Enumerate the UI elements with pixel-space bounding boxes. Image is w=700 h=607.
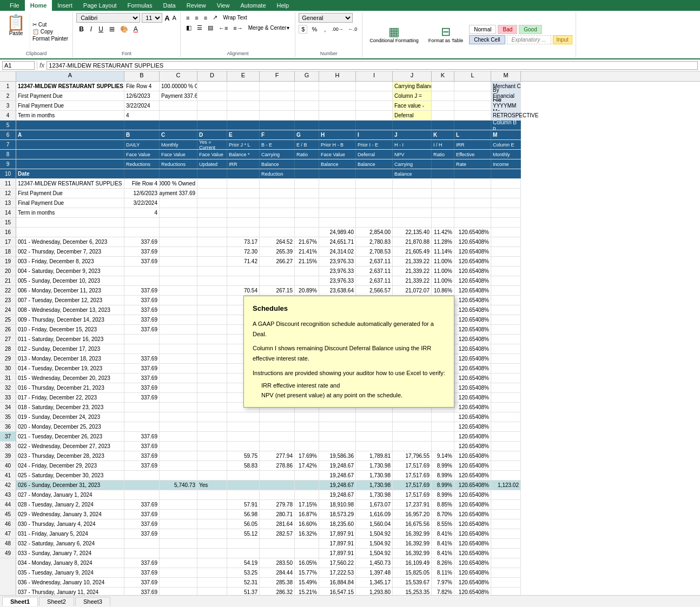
- cell[interactable]: 010 - Friday, December 15, 2023: [16, 325, 124, 334]
- cell[interactable]: 120.65408%: [454, 364, 491, 373]
- cell[interactable]: [197, 500, 227, 509]
- cell[interactable]: [197, 315, 227, 324]
- cell[interactable]: 73.17: [227, 237, 260, 246]
- cell[interactable]: [160, 451, 197, 461]
- cell[interactable]: 1,504.92: [356, 529, 393, 538]
- cell[interactable]: [432, 218, 454, 227]
- format-table-button[interactable]: ⊟ Format as Table: [425, 13, 467, 56]
- cell-H2[interactable]: [319, 91, 356, 101]
- cell[interactable]: [491, 578, 521, 587]
- cell[interactable]: [197, 296, 227, 305]
- cell-E4[interactable]: [227, 111, 260, 120]
- cell[interactable]: [260, 266, 295, 276]
- cell[interactable]: [356, 189, 393, 198]
- cell[interactable]: [295, 422, 319, 431]
- cell[interactable]: 1,560.04: [356, 519, 393, 529]
- cell[interactable]: 2,566.57: [356, 286, 393, 295]
- cell[interactable]: 58.83: [227, 461, 260, 470]
- cell[interactable]: 120.65408%: [454, 237, 491, 246]
- cell[interactable]: [124, 490, 160, 499]
- cell[interactable]: 19,248.67: [319, 461, 356, 470]
- cell[interactable]: [454, 218, 491, 227]
- cell[interactable]: 2,854.00: [356, 228, 393, 237]
- cell[interactable]: [197, 558, 227, 568]
- cell[interactable]: 120.65408%: [454, 568, 491, 577]
- cell[interactable]: [124, 549, 160, 558]
- cell[interactable]: [319, 412, 356, 422]
- cell[interactable]: [319, 179, 356, 188]
- cell[interactable]: 120.65408%: [454, 344, 491, 353]
- style-normal[interactable]: Normal: [469, 25, 496, 34]
- cell[interactable]: 007 - Tuesday, December 12, 2023: [16, 296, 124, 305]
- cell[interactable]: 120.65408%: [454, 471, 491, 480]
- cell[interactable]: [260, 481, 295, 490]
- cell-K2[interactable]: [432, 91, 454, 101]
- cell[interactable]: [160, 286, 197, 295]
- cell[interactable]: [319, 442, 356, 451]
- font-name-select[interactable]: Calibri: [76, 13, 140, 23]
- cell[interactable]: [295, 432, 319, 441]
- comma-button[interactable]: ,: [321, 25, 328, 34]
- col-header-M[interactable]: M: [491, 71, 521, 81]
- cell[interactable]: 16,109.49: [393, 558, 432, 568]
- col-header-A[interactable]: A: [16, 71, 124, 81]
- cell-H1[interactable]: [319, 82, 356, 91]
- cell-A3[interactable]: Final Payment Due: [16, 101, 124, 110]
- cell[interactable]: 337.69: [124, 247, 160, 256]
- cell[interactable]: [295, 218, 319, 227]
- cell-A1[interactable]: 12347-MILDEW RESTAURANT SUPPLIES: [16, 82, 124, 91]
- cell[interactable]: [124, 228, 160, 237]
- cell[interactable]: 11.00%: [432, 276, 454, 285]
- cell-L2[interactable]: [454, 91, 491, 101]
- cell[interactable]: 337.69: [124, 354, 160, 363]
- cell[interactable]: [197, 578, 227, 587]
- cell[interactable]: 024 - Friday, December 29, 2023: [16, 461, 124, 470]
- cell[interactable]: [227, 481, 260, 490]
- cell[interactable]: 120.65408%: [454, 335, 491, 344]
- cell[interactable]: [160, 549, 197, 558]
- cell[interactable]: 17,897.91: [319, 539, 356, 548]
- cell[interactable]: 028 - Tuesday, January 2, 2024: [16, 500, 124, 509]
- cell-L4[interactable]: [454, 111, 491, 120]
- cell[interactable]: 120.65408%: [454, 539, 491, 548]
- cell[interactable]: [260, 218, 295, 227]
- cell-F4[interactable]: [260, 111, 295, 120]
- cell[interactable]: [160, 354, 197, 363]
- cell[interactable]: [491, 257, 521, 266]
- cell[interactable]: [160, 529, 197, 538]
- cell[interactable]: [432, 422, 454, 431]
- cell[interactable]: 120.65408%: [454, 529, 491, 538]
- cell[interactable]: [491, 286, 521, 295]
- cell[interactable]: [197, 364, 227, 373]
- cell[interactable]: 120.65408%: [454, 373, 491, 383]
- currency-button[interactable]: $: [299, 25, 307, 34]
- cell[interactable]: 8.99%: [432, 471, 454, 480]
- cell[interactable]: 17,897.91: [319, 529, 356, 538]
- cell[interactable]: [454, 198, 491, 208]
- cell[interactable]: [260, 276, 295, 285]
- cell[interactable]: [491, 383, 521, 392]
- cell-H3[interactable]: [319, 101, 356, 110]
- cell[interactable]: 3/22/2024: [124, 198, 160, 208]
- cell[interactable]: [197, 247, 227, 256]
- cut-button[interactable]: ✂ Cut: [32, 22, 68, 28]
- cell[interactable]: [491, 354, 521, 363]
- cell-D1[interactable]: [197, 82, 227, 91]
- percent-button[interactable]: %: [309, 25, 320, 34]
- cell-D3[interactable]: [197, 101, 227, 110]
- cell[interactable]: 1,450.73: [356, 558, 393, 568]
- cell[interactable]: [260, 432, 295, 441]
- cell[interactable]: 337.69: [124, 325, 160, 334]
- cell-E1[interactable]: [227, 82, 260, 91]
- cell[interactable]: 15,539.67: [393, 578, 432, 587]
- cell-K1[interactable]: [432, 82, 454, 91]
- cell[interactable]: 2,708.53: [356, 247, 393, 256]
- cell[interactable]: 15.49%: [295, 578, 319, 587]
- cell[interactable]: 8.11%: [432, 568, 454, 577]
- cell[interactable]: 8.99%: [432, 490, 454, 499]
- cell[interactable]: [160, 422, 197, 431]
- indent-increase-button[interactable]: ≡→: [231, 24, 245, 32]
- cell[interactable]: 9.14%: [432, 451, 454, 461]
- cell[interactable]: 337.69: [124, 568, 160, 577]
- cell[interactable]: [197, 490, 227, 499]
